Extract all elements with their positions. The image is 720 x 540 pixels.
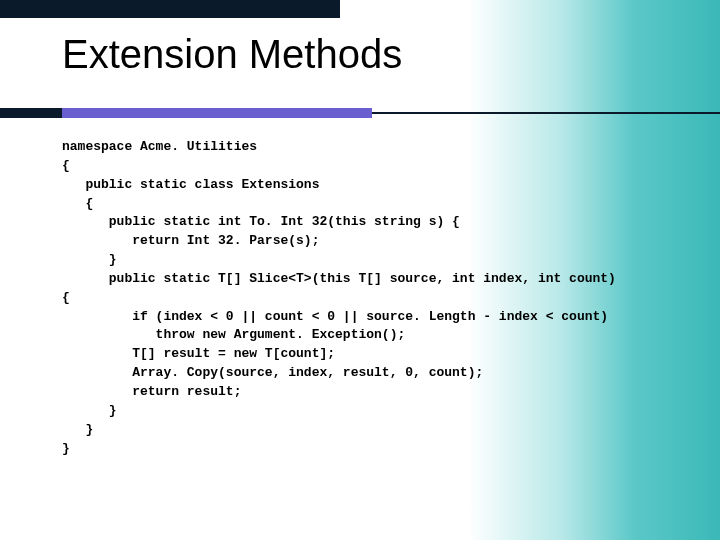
- slide-title: Extension Methods: [62, 32, 402, 77]
- underline-dark-segment: [0, 108, 62, 118]
- underline-purple-segment: [62, 108, 372, 118]
- title-underline: [0, 100, 720, 120]
- top-accent-bar: [0, 0, 340, 18]
- underline-thin-segment: [372, 112, 720, 114]
- code-block: namespace Acme. Utilities { public stati…: [62, 138, 702, 458]
